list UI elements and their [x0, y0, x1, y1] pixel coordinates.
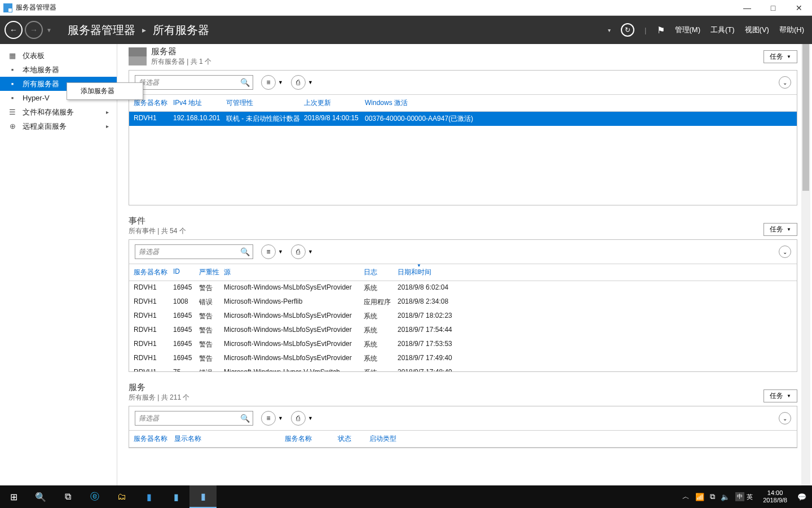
sidebar-item-dashboard[interactable]: ▦仪表板 [0, 49, 117, 63]
chevron-down-icon[interactable]: ▼ [308, 415, 313, 421]
search-icon[interactable]: 🔍 [237, 414, 253, 423]
sidebar-label: 本地服务器 [23, 65, 59, 75]
col-log[interactable]: 日志 [364, 268, 398, 277]
save-query-icon[interactable]: ⎙ [291, 411, 306, 426]
expand-icon[interactable]: ⌄ [779, 246, 791, 258]
tray-network2-icon[interactable]: ⧉ [710, 492, 715, 501]
cell-source: Microsoft-Windows-MsLbfoSysEvtProvider [224, 312, 364, 321]
search-icon[interactable]: 🔍 [237, 247, 253, 256]
save-query-icon[interactable]: ⎙ [291, 75, 306, 90]
taskbar-explorer-icon[interactable]: 🗂 [108, 485, 135, 508]
minimize-button[interactable]: — [734, 0, 760, 16]
tray-time: 14:00 [763, 489, 787, 497]
taskbar-app-icon[interactable]: ▮ [135, 485, 162, 508]
task-view-button[interactable]: ⧉ [54, 485, 81, 508]
options-icon[interactable]: ≡ [261, 411, 276, 426]
scrollbar-thumb[interactable] [802, 44, 809, 191]
breadcrumb-root[interactable]: 服务器管理器 [68, 23, 135, 38]
tray-ime[interactable]: 中英 [735, 492, 753, 501]
taskbar-ie-icon[interactable]: ⓔ [81, 485, 108, 508]
expand-icon[interactable]: ⌄ [779, 76, 791, 89]
save-query-icon[interactable]: ⎙ [291, 244, 306, 259]
context-menu-add-server[interactable]: 添加服务器 [67, 83, 143, 99]
events-row[interactable]: RDVH116945警告Microsoft-Windows-MsLbfoSysE… [129, 309, 797, 323]
sidebar-item-local-server[interactable]: ▪本地服务器 [0, 63, 117, 77]
search-button[interactable]: 🔍 [27, 485, 54, 508]
cell-log: 系统 [364, 326, 398, 335]
col-manageability[interactable]: 可管理性 [226, 98, 304, 108]
col-start-type[interactable]: 启动类型 [369, 434, 792, 444]
chevron-down-icon[interactable]: ▼ [308, 80, 313, 85]
cell-server-name: RDVH1 [134, 283, 173, 293]
cell-source: Microsoft-Windows-Perflib [224, 297, 364, 307]
chevron-down-icon[interactable]: ▼ [278, 415, 283, 421]
events-row[interactable]: RDVH116945警告Microsoft-Windows-MsLbfoSysE… [129, 352, 797, 366]
main-scrollbar[interactable] [801, 44, 810, 485]
servers-row[interactable]: RDVH1 192.168.10.201 联机 - 未启动性能计数器 2018/… [129, 112, 797, 126]
col-service-name[interactable]: 服务名称 [285, 434, 338, 444]
nav-dropdown-icon[interactable]: ▼ [46, 27, 52, 33]
events-row[interactable]: RDVH116945警告Microsoft-Windows-MsLbfoSysE… [129, 281, 797, 295]
events-filter-input[interactable] [135, 248, 237, 256]
col-datetime[interactable]: 日期和时间 [398, 268, 792, 277]
col-server-name[interactable]: 服务器名称 [134, 434, 174, 444]
menu-help[interactable]: 帮助(H) [779, 25, 804, 35]
notifications-flag-icon[interactable]: ⚑ [657, 25, 665, 36]
start-button[interactable]: ⊞ [0, 485, 27, 508]
servers-grid-header: 服务器名称 IPv4 地址 可管理性 上次更新 Windows 激活 [129, 94, 797, 112]
sidebar-item-remote-desktop[interactable]: ⊕远程桌面服务▸ [0, 119, 117, 133]
servers-blank-area [129, 126, 797, 205]
tray-network-icon[interactable]: 📶 [695, 493, 704, 501]
maximize-button[interactable]: □ [760, 0, 786, 16]
events-tasks-button[interactable]: 任务▼ [764, 223, 797, 236]
cell-datetime: 2018/9/7 17:54:44 [398, 326, 792, 335]
tray-clock[interactable]: 14:00 2018/9/8 [758, 489, 792, 504]
cell-source: Microsoft-Windows-Hyper-V-VmSwitch [224, 368, 364, 371]
events-row[interactable]: RDVH11008错误Microsoft-Windows-Perflib应用程序… [129, 295, 797, 309]
servers-filter-box[interactable]: 🔍 [135, 75, 253, 90]
nav-forward-button[interactable]: → [25, 21, 43, 39]
search-icon[interactable]: 🔍 [237, 78, 253, 87]
cell-severity: 警告 [199, 312, 224, 321]
options-icon[interactable]: ≡ [261, 75, 276, 90]
col-last-update[interactable]: 上次更新 [304, 98, 365, 108]
options-icon[interactable]: ≡ [261, 244, 276, 259]
nav-back-button[interactable]: ← [5, 21, 23, 39]
col-server-name[interactable]: 服务器名称 [134, 268, 173, 277]
taskbar-server-manager-icon[interactable]: ▮ [189, 485, 217, 508]
menu-view[interactable]: 视图(V) [745, 25, 769, 35]
col-display-name[interactable]: 显示名称 [174, 434, 285, 444]
tray-action-center-icon[interactable]: 💬 [797, 493, 806, 501]
events-row[interactable]: RDVH116945警告Microsoft-Windows-MsLbfoSysE… [129, 338, 797, 352]
servers-tasks-button[interactable]: 任务▼ [764, 50, 797, 63]
col-severity[interactable]: 严重性 [199, 268, 224, 277]
services-filter-box[interactable]: 🔍 [135, 411, 253, 426]
services-tasks-button[interactable]: 任务▼ [764, 389, 797, 402]
refresh-icon[interactable]: ↻ [621, 23, 634, 37]
header-drop-icon[interactable]: ▾ [608, 27, 611, 33]
servers-title: 服务器 [151, 46, 211, 57]
chevron-down-icon[interactable]: ▼ [278, 249, 283, 255]
col-state[interactable]: 状态 [338, 434, 369, 444]
events-filter-box[interactable]: 🔍 [135, 244, 253, 259]
servers-filter-input[interactable] [135, 78, 237, 86]
events-row[interactable]: RDVH116945警告Microsoft-Windows-MsLbfoSysE… [129, 323, 797, 338]
services-toolbar: 🔍 ≡▼ ⎙▼ ⌄ [129, 406, 797, 430]
chevron-down-icon[interactable]: ▼ [278, 80, 283, 85]
menu-tools[interactable]: 工具(T) [710, 25, 735, 35]
events-row[interactable]: RDVH175错误Microsoft-Windows-Hyper-V-VmSwi… [129, 366, 797, 371]
close-button[interactable]: ✕ [786, 0, 812, 16]
tray-volume-icon[interactable]: 🔈 [721, 493, 730, 501]
expand-icon[interactable]: ⌄ [779, 412, 791, 424]
tray-chevron-icon[interactable]: ︿ [682, 492, 690, 502]
col-source[interactable]: 源 [224, 268, 364, 277]
chevron-down-icon[interactable]: ▼ [308, 249, 313, 255]
col-id[interactable]: ID [173, 268, 199, 277]
hyperv-icon: ▪ [8, 94, 17, 103]
menu-manage[interactable]: 管理(M) [675, 25, 701, 35]
col-ipv4[interactable]: IPv4 地址 [173, 98, 226, 108]
services-filter-input[interactable] [135, 414, 237, 422]
taskbar-app-icon[interactable]: ▮ [162, 485, 189, 508]
sidebar-item-file-storage[interactable]: ☰文件和存储服务▸ [0, 105, 117, 119]
col-activation[interactable]: Windows 激活 [365, 98, 792, 108]
